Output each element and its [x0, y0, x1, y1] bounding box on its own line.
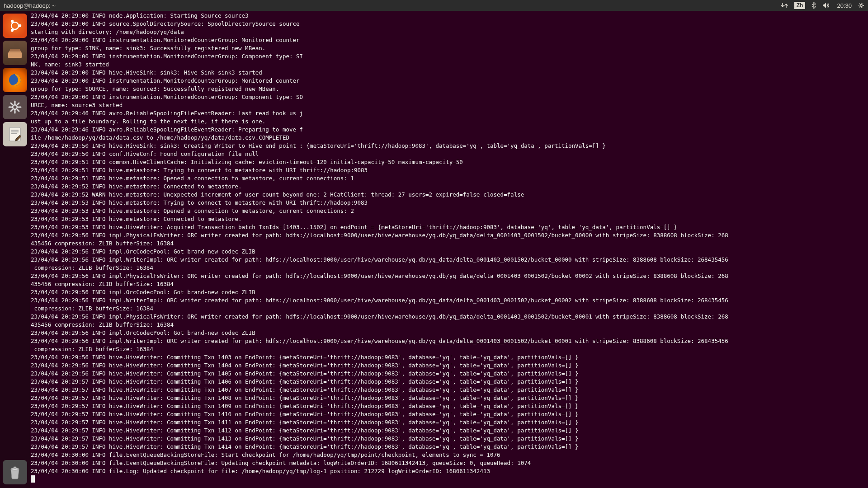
svg-rect-8	[8, 52, 22, 58]
ime-indicator[interactable]: Zh	[794, 2, 806, 9]
svg-point-2	[19, 24, 21, 27]
svg-rect-13	[14, 467, 16, 469]
trash-icon[interactable]	[3, 460, 27, 484]
files-icon[interactable]	[3, 41, 27, 65]
svg-point-1	[11, 22, 19, 29]
cursor	[31, 475, 35, 483]
text-editor-icon[interactable]	[3, 122, 27, 146]
svg-point-0	[860, 5, 862, 6]
clock[interactable]: 20:30	[837, 2, 852, 9]
top-panel: hadoop@hadoop: ~ Zh 20:30	[0, 0, 868, 11]
unity-launcher	[0, 11, 30, 488]
system-settings-icon[interactable]	[3, 95, 27, 119]
svg-point-10	[13, 105, 17, 109]
firefox-icon[interactable]	[3, 68, 27, 92]
gear-icon[interactable]	[858, 2, 864, 9]
terminal-output[interactable]: 23/04/04 20:29:00 INFO node.Application:…	[30, 11, 868, 488]
network-icon[interactable]	[781, 2, 788, 9]
svg-point-3	[11, 20, 14, 23]
terminal-text: 23/04/04 20:29:00 INFO node.Application:…	[31, 12, 868, 475]
dash-icon[interactable]	[3, 14, 27, 38]
volume-icon[interactable]	[822, 2, 830, 9]
svg-point-4	[11, 29, 14, 32]
bluetooth-icon[interactable]	[811, 2, 816, 9]
window-title: hadoop@hadoop: ~	[4, 2, 56, 9]
